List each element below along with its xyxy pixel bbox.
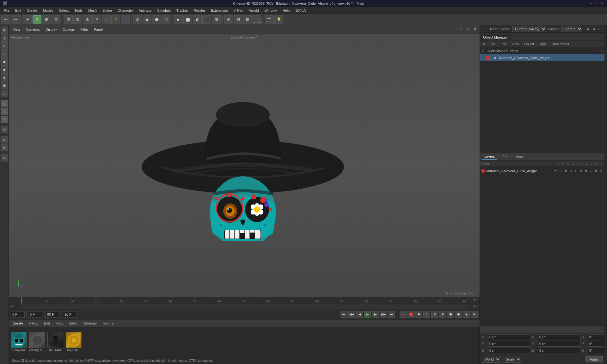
menu-window[interactable]: Window [262,8,279,13]
workplane-button[interactable]: ⊞ [243,15,252,24]
left-btn-2[interactable]: ◎ [1,34,8,42]
point-mode-button[interactable]: ◆ [143,15,151,24]
mat-tab-texture[interactable]: Texture [100,321,115,326]
mat-tab-view[interactable]: View [54,321,65,326]
om-menu-object[interactable]: Object [522,42,536,46]
left-btn-8[interactable]: ⬟ [1,82,8,89]
material-calavera[interactable]: Calavera [11,332,27,352]
settings-icon[interactable]: ⚙ [591,27,596,32]
preview-end-input[interactable] [46,311,59,318]
mat-tab-create[interactable]: Create [11,321,25,326]
left-btn-5[interactable]: ⬢ [1,58,8,66]
menu-vray[interactable]: V-Ray [231,8,246,13]
left-btn-s1[interactable]: S [1,100,8,107]
record-button[interactable]: ⏺ [415,311,422,318]
layer-camera-btn[interactable]: □ [558,169,563,173]
left-btn-layer[interactable]: ⊠ [1,144,8,151]
expand-icon[interactable]: ⤢ [597,27,602,32]
layer-gen-btn[interactable]: ⊠ [579,169,583,173]
attr-menu-icon[interactable]: ≡ [482,328,483,331]
snap-enable-button[interactable]: ⊛ [224,15,233,24]
render-queue-button[interactable]: ⬛ [202,15,211,24]
menu-file[interactable]: File [1,8,12,13]
layer-solo-btn[interactable]: 👁 [553,169,558,173]
mat-tab-material[interactable]: Material [82,321,98,326]
material-edging[interactable]: edging_h... [29,332,45,352]
timeline-options-4[interactable]: ⬣ [455,311,462,318]
input-x-size[interactable] [538,334,581,340]
input-h[interactable] [588,334,607,340]
vp-menu-view[interactable]: View [11,27,22,32]
left-btn-grid[interactable]: ⊞ [1,136,8,143]
goto-start-button[interactable]: ⏮ [340,311,347,318]
om-menu-file[interactable]: ≡ [481,42,487,46]
left-btn-s2[interactable]: S [1,108,8,115]
prev-frame-button[interactable]: ◀ [356,311,363,318]
play-button[interactable]: ▶ [364,311,371,318]
menu-3dtoall[interactable]: 3DToAll [293,8,310,13]
tab-object-manager[interactable]: Object Manager [480,34,511,40]
vp-menu-panel[interactable]: Panel [92,27,105,32]
lock-button[interactable]: ✕ [92,15,101,24]
layer-xref-btn[interactable]: ⊛ [599,169,603,173]
world-coord-button[interactable]: ⊡ [64,15,73,24]
z-axis-button[interactable]: Z [121,15,130,24]
material-hat[interactable]: hat_MAT [47,332,63,352]
input-b[interactable] [588,348,607,353]
menu-create[interactable]: Create [24,8,40,13]
timeline-options-1[interactable]: ⊞ [431,311,438,318]
vp-menu-display[interactable]: Display [44,27,59,32]
start-frame-input[interactable] [28,311,42,318]
menu-tools[interactable]: Tools [72,8,85,13]
maximize-button[interactable]: □ [594,1,599,6]
record-mode-button[interactable]: ● [400,311,407,318]
poly-mode-button[interactable]: ⬡ [162,15,170,24]
input-z-pos[interactable] [488,348,531,353]
prev-keyframe-button[interactable]: ◀◀ [348,311,355,318]
next-frame-button[interactable]: ▶ [372,311,379,318]
end-frame-input[interactable] [63,311,77,318]
snap-settings-button[interactable]: ⊟ [234,15,242,24]
x-axis-button[interactable]: X [102,15,111,24]
timeline-options-6[interactable]: ⊛ [471,311,478,318]
layer-expr-btn[interactable]: ⬡ [589,169,593,173]
vp-fullscreen-button[interactable]: ⤢ [458,27,464,32]
redo-button[interactable]: ↪ [11,15,20,24]
layer-anim-btn[interactable]: ▶ [573,169,578,173]
object-mode-button[interactable]: ◎ [133,15,142,24]
auto-key-button[interactable]: 🔴 [408,311,414,318]
camera-button[interactable]: 📷 [265,15,274,24]
rotate-tool-button[interactable]: ⊙ [52,15,60,24]
next-keyframe-button[interactable]: ▶▶ [380,311,387,318]
left-btn-7[interactable]: ◆ [1,74,8,82]
y-axis-button[interactable]: Y [111,15,120,24]
left-btn-4[interactable]: ⬡ [1,50,8,58]
edge-mode-button[interactable]: ⬟ [152,15,161,24]
timeline-options-3[interactable]: ⬢ [447,311,454,318]
close-button[interactable]: ✕ [600,1,604,6]
vp-menu-options[interactable]: Options [61,27,77,32]
menu-modes[interactable]: Modes [40,8,56,13]
menu-edit[interactable]: Edit [13,8,24,13]
om-menu-edit[interactable]: Edit [499,42,508,46]
menu-character[interactable]: Character [115,8,136,13]
render-button[interactable]: ⬤ [183,15,192,24]
ipr-button[interactable]: ◐ [193,15,202,24]
menu-render[interactable]: Render [191,8,208,13]
left-btn-s3[interactable]: S [1,116,8,123]
object-row-subdivision[interactable]: ⬡ Subdivision Surface ✓ ✓ [480,47,604,54]
current-frame-input[interactable] [11,311,25,318]
apply-button[interactable]: Apply [586,356,603,362]
axis-button[interactable]: ⊗ [83,15,92,24]
menu-animate[interactable]: Animate [136,8,154,13]
layout-select[interactable]: Startup [561,26,582,32]
subdiv-check-2[interactable]: ✓ [599,49,603,53]
timeline-options-2[interactable]: ⊠ [439,311,446,318]
layer-deform-btn[interactable]: ⬟ [584,169,588,173]
move-tool-button[interactable]: ⊕ [33,15,41,24]
timeline-options-5[interactable]: ◉ [463,311,470,318]
scale-tool-button[interactable]: ⊞ [42,15,51,24]
menu-extensions[interactable]: Extensions [208,8,230,13]
input-y-pos[interactable] [488,341,531,347]
refresh-icon[interactable]: ↺ [586,27,591,32]
